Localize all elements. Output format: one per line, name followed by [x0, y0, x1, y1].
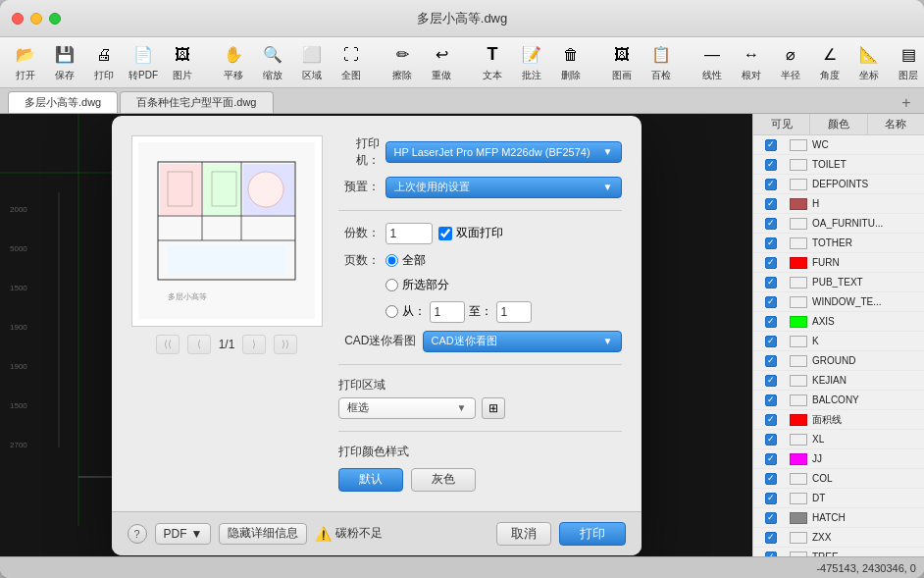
- layer-visible-8[interactable]: [757, 296, 785, 308]
- pages-from-input[interactable]: [430, 301, 465, 323]
- layer-row-2[interactable]: DEFPOINTS: [753, 175, 924, 194]
- checkbox-7[interactable]: [765, 277, 777, 289]
- checkbox-5[interactable]: [765, 237, 777, 249]
- layer-visible-3[interactable]: [757, 198, 785, 210]
- checkbox-16[interactable]: [765, 453, 777, 465]
- layer-row-4[interactable]: OA_FURNITU...: [753, 214, 924, 234]
- layer-row-12[interactable]: KEJIAN: [753, 371, 924, 391]
- layer-row-3[interactable]: H: [753, 194, 924, 214]
- layer-row-10[interactable]: K: [753, 332, 924, 351]
- layer-row-5[interactable]: TOTHER: [753, 234, 924, 253]
- layer-row-13[interactable]: BALCONY: [753, 391, 924, 410]
- toolbar-comment-btn[interactable]: 📋 百检: [643, 39, 679, 86]
- pdf-button[interactable]: PDF ▼: [155, 523, 212, 545]
- layer-visible-1[interactable]: [757, 159, 785, 171]
- print-area-select[interactable]: 框选 ▼: [338, 397, 476, 419]
- layer-row-9[interactable]: AXIS: [753, 312, 924, 332]
- color-default-btn[interactable]: 默认: [338, 468, 403, 492]
- toolbar-save-btn[interactable]: 💾 保存: [47, 39, 82, 86]
- toolbar-delete-btn[interactable]: 🗑 删除: [553, 39, 589, 86]
- help-button[interactable]: ?: [128, 524, 147, 544]
- layer-visible-4[interactable]: [757, 218, 785, 230]
- toolbar-lineattr-btn[interactable]: — 线性: [694, 39, 730, 86]
- print-area-icon-btn[interactable]: ⊞: [482, 397, 505, 419]
- close-button[interactable]: [12, 13, 24, 25]
- nav-first-btn[interactable]: ⟨⟨: [156, 335, 180, 354]
- checkbox-1[interactable]: [765, 159, 777, 171]
- pages-range-radio[interactable]: [385, 305, 398, 318]
- cancel-button[interactable]: 取消: [496, 522, 551, 546]
- checkbox-10[interactable]: [765, 336, 777, 347]
- toolbar-region-btn[interactable]: ⬜ 区域: [294, 39, 330, 86]
- checkbox-8[interactable]: [765, 296, 777, 308]
- checkbox-18[interactable]: [765, 493, 777, 504]
- copies-input[interactable]: [385, 223, 433, 244]
- layer-visible-7[interactable]: [757, 277, 785, 289]
- nav-last-btn[interactable]: ⟩⟩: [274, 335, 297, 354]
- printer-select[interactable]: HP LaserJet Pro MFP M226dw (BF2574) ▼: [385, 141, 622, 163]
- checkbox-3[interactable]: [765, 198, 777, 210]
- layer-visible-17[interactable]: [757, 473, 785, 485]
- layer-visible-2[interactable]: [757, 179, 785, 190]
- toolbar-zoom-btn[interactable]: 🔍 缩放: [255, 39, 290, 86]
- layer-row-16[interactable]: JJ: [753, 449, 924, 469]
- toolbar-flatten-btn[interactable]: ✋ 平移: [216, 39, 251, 86]
- layer-visible-15[interactable]: [757, 434, 785, 446]
- layer-visible-11[interactable]: [757, 355, 785, 367]
- toolbar-image-btn[interactable]: 🖼 图片: [165, 39, 200, 86]
- layer-row-20[interactable]: ZXX: [753, 528, 924, 548]
- toolbar-redo-btn[interactable]: ↩ 重做: [424, 39, 459, 86]
- layer-row-6[interactable]: FURN: [753, 253, 924, 273]
- layer-row-14[interactable]: 面积线: [753, 410, 924, 430]
- checkbox-4[interactable]: [765, 218, 777, 230]
- layer-row-19[interactable]: HATCH: [753, 508, 924, 528]
- checkbox-17[interactable]: [765, 473, 777, 485]
- toolbar-note-btn[interactable]: 📝 批注: [514, 39, 549, 86]
- checkbox-20[interactable]: [765, 532, 777, 544]
- checkbox-6[interactable]: [765, 257, 777, 269]
- layer-visible-20[interactable]: [757, 532, 785, 544]
- layer-visible-9[interactable]: [757, 316, 785, 328]
- layer-row-17[interactable]: COL: [753, 469, 924, 489]
- checkbox-2[interactable]: [765, 179, 777, 190]
- layer-visible-12[interactable]: [757, 375, 785, 387]
- layer-row-15[interactable]: XL: [753, 430, 924, 449]
- preset-select[interactable]: 上次使用的设置 ▼: [385, 177, 622, 198]
- checkbox-15[interactable]: [765, 434, 777, 446]
- toolbar-open-btn[interactable]: 📂 打开: [8, 39, 43, 86]
- checkbox-0[interactable]: [765, 139, 777, 151]
- toolbar-scale-btn[interactable]: 📐 坐标: [851, 39, 887, 86]
- pages-selection-radio[interactable]: [385, 279, 398, 291]
- layer-row-11[interactable]: GROUND: [753, 351, 924, 371]
- layer-visible-19[interactable]: [757, 512, 785, 524]
- checkbox-13[interactable]: [765, 394, 777, 406]
- toolbar-erase-btn[interactable]: ✏ 擦除: [385, 39, 420, 86]
- layer-visible-13[interactable]: [757, 394, 785, 406]
- layer-visible-0[interactable]: [757, 139, 785, 151]
- tab-file1[interactable]: 多层小高等.dwg: [8, 91, 118, 113]
- hide-details-button[interactable]: 隐藏详细信息: [219, 523, 307, 545]
- layer-visible-14[interactable]: [757, 414, 785, 426]
- toolbar-framing-btn[interactable]: 🖼 图画: [604, 39, 640, 86]
- layer-visible-10[interactable]: [757, 336, 785, 347]
- checkbox-9[interactable]: [765, 316, 777, 328]
- toolbar-halfview-btn[interactable]: ⌀ 半径: [773, 39, 808, 86]
- print-confirm-button[interactable]: 打印: [559, 522, 626, 546]
- checkbox-12[interactable]: [765, 375, 777, 387]
- toolbar-text-btn[interactable]: T 文本: [475, 39, 510, 86]
- toolbar-layers-btn[interactable]: ▤ 图层: [891, 39, 924, 86]
- minimize-button[interactable]: [30, 13, 42, 25]
- layer-row-8[interactable]: WINDOW_TE...: [753, 292, 924, 312]
- toolbar-print-btn[interactable]: 🖨 打印: [86, 39, 122, 86]
- tab-file2[interactable]: 百条种住宅户型平面.dwg: [120, 91, 273, 113]
- toolbar-pdf-btn[interactable]: 📄 转PDF: [126, 39, 161, 86]
- checkbox-14[interactable]: [765, 414, 777, 426]
- maximize-button[interactable]: [49, 13, 61, 25]
- nav-prev-btn[interactable]: ⟨: [187, 335, 211, 354]
- nav-next-btn[interactable]: ⟩: [242, 335, 266, 354]
- layer-row-1[interactable]: TOILET: [753, 155, 924, 175]
- layer-row-21[interactable]: TREE: [753, 548, 924, 556]
- cad-mini-select[interactable]: CAD迷你看图 ▼: [423, 331, 622, 352]
- layer-visible-18[interactable]: [757, 493, 785, 504]
- layer-visible-5[interactable]: [757, 237, 785, 249]
